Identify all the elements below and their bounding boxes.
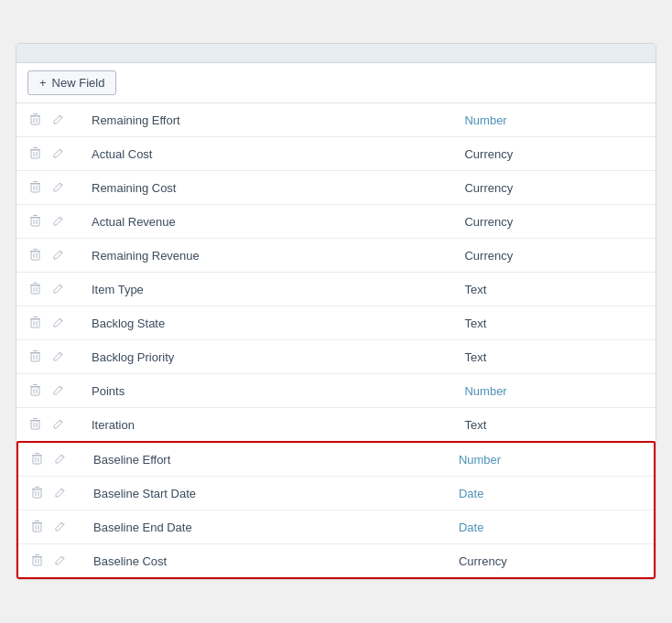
field-type-cell: Text <box>453 273 656 306</box>
edit-icon[interactable] <box>50 213 66 231</box>
edit-icon[interactable] <box>50 145 66 163</box>
svg-rect-59 <box>38 491 39 496</box>
svg-rect-29 <box>37 287 38 292</box>
highlighted-fields-group: Baseline EffortNumber Baseline Start Dat… <box>16 441 656 579</box>
svg-rect-51 <box>35 453 39 454</box>
table-row: Baseline EffortNumber <box>18 443 654 477</box>
edit-icon[interactable] <box>50 247 66 264</box>
row-icon-group <box>27 111 70 129</box>
row-actions-cell <box>16 103 81 137</box>
svg-rect-24 <box>37 253 38 258</box>
svg-rect-32 <box>31 319 39 328</box>
svg-rect-69 <box>38 559 39 564</box>
delete-icon[interactable] <box>27 212 43 231</box>
svg-rect-37 <box>31 353 39 361</box>
field-name-cell: Baseline End Date <box>82 510 448 544</box>
field-type-cell: Text <box>453 340 656 374</box>
delete-icon[interactable] <box>29 450 45 468</box>
field-type-cell: Currency <box>453 239 656 273</box>
delete-icon[interactable] <box>27 111 43 129</box>
svg-rect-42 <box>31 387 39 395</box>
row-icon-group <box>27 314 70 332</box>
edit-icon[interactable] <box>50 281 66 298</box>
delete-icon[interactable] <box>29 484 45 502</box>
edit-icon[interactable] <box>50 315 66 332</box>
svg-rect-68 <box>36 559 37 564</box>
field-name-cell: Baseline Effort <box>82 443 448 477</box>
table-row: Actual RevenueCurrency <box>16 205 656 239</box>
delete-icon[interactable] <box>27 348 43 366</box>
field-type-cell: Number <box>448 443 654 477</box>
table-row: Baseline CostCurrency <box>18 544 654 578</box>
delete-icon[interactable] <box>27 178 43 197</box>
delete-icon[interactable] <box>27 145 43 163</box>
table-row: Backlog PriorityText <box>16 340 656 374</box>
delete-icon[interactable] <box>27 280 43 298</box>
row-icon-group <box>27 280 70 298</box>
edit-icon[interactable] <box>50 179 66 197</box>
toolbar: + New Field <box>16 63 656 103</box>
highlighted-fields-table: Baseline EffortNumber Baseline Start Dat… <box>18 443 654 577</box>
work-fields-panel: + New Field Remainin <box>16 43 656 580</box>
svg-rect-11 <box>33 181 38 182</box>
row-actions-cell <box>16 306 81 340</box>
svg-rect-9 <box>37 152 38 156</box>
svg-rect-19 <box>37 220 38 224</box>
field-type-cell: Date <box>448 477 654 510</box>
row-icon-group <box>29 484 71 502</box>
svg-rect-1 <box>33 113 38 114</box>
svg-rect-4 <box>37 118 38 123</box>
delete-icon[interactable] <box>27 246 43 264</box>
edit-icon[interactable] <box>52 553 68 570</box>
edit-icon[interactable] <box>52 485 68 502</box>
row-icon-group <box>27 348 70 366</box>
row-actions-cell <box>16 205 81 239</box>
delete-icon[interactable] <box>29 552 45 570</box>
row-actions-cell <box>18 477 82 510</box>
svg-rect-3 <box>34 118 35 123</box>
field-type-cell: Text <box>453 306 656 340</box>
delete-icon[interactable] <box>27 381 43 400</box>
svg-rect-36 <box>33 350 38 351</box>
field-type-cell: Currency <box>453 137 656 171</box>
svg-rect-31 <box>33 317 38 317</box>
edit-icon[interactable] <box>50 112 66 129</box>
row-actions-cell <box>16 340 81 374</box>
new-field-label: New Field <box>52 76 105 90</box>
svg-rect-21 <box>33 249 38 250</box>
row-icon-group <box>29 552 71 570</box>
edit-icon[interactable] <box>50 416 66 434</box>
delete-icon[interactable] <box>27 314 43 332</box>
svg-rect-48 <box>34 423 35 427</box>
table-row: IterationText <box>16 408 656 442</box>
table-row: Remaining CostCurrency <box>16 171 656 205</box>
svg-rect-16 <box>33 215 38 216</box>
field-name-cell: Iteration <box>81 408 453 442</box>
svg-rect-63 <box>36 525 37 530</box>
edit-icon[interactable] <box>50 382 66 400</box>
svg-rect-56 <box>35 487 39 488</box>
svg-rect-64 <box>38 525 39 530</box>
field-type-cell: Number <box>453 374 656 408</box>
edit-icon[interactable] <box>52 451 68 468</box>
new-field-button[interactable]: + New Field <box>27 70 116 95</box>
edit-icon[interactable] <box>52 519 68 536</box>
delete-icon[interactable] <box>27 415 43 434</box>
field-name-cell: Backlog State <box>81 306 453 340</box>
svg-rect-6 <box>33 147 38 148</box>
svg-rect-46 <box>33 418 38 419</box>
field-name-cell: Points <box>81 374 453 408</box>
edit-icon[interactable] <box>50 349 66 366</box>
row-actions-cell <box>16 137 81 171</box>
svg-rect-12 <box>31 184 39 192</box>
table-row: Backlog StateText <box>16 306 656 340</box>
row-actions-cell <box>18 510 82 544</box>
svg-rect-28 <box>34 287 35 292</box>
delete-icon[interactable] <box>29 518 45 536</box>
field-name-cell: Remaining Cost <box>81 171 453 205</box>
svg-rect-13 <box>34 186 35 190</box>
svg-rect-2 <box>31 116 39 124</box>
row-icon-group <box>29 450 71 468</box>
svg-rect-43 <box>34 389 35 393</box>
field-name-cell: Actual Revenue <box>81 205 453 239</box>
